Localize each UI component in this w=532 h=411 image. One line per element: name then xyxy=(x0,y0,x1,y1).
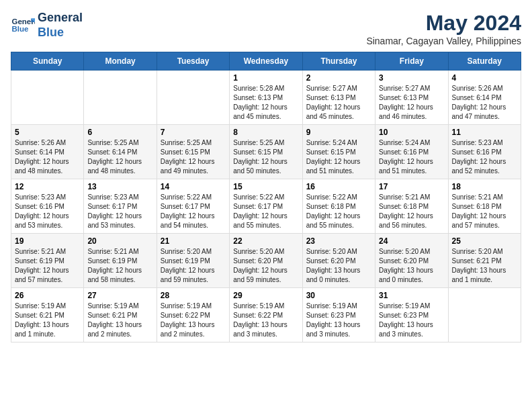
calendar-cell: 6Sunrise: 5:25 AM Sunset: 6:14 PM Daylig… xyxy=(84,125,157,179)
day-number: 31 xyxy=(379,291,444,300)
day-number: 12 xyxy=(15,182,80,191)
calendar-cell: 24Sunrise: 5:20 AM Sunset: 6:20 PM Dayli… xyxy=(375,234,448,288)
day-number: 13 xyxy=(87,182,152,191)
day-number: 19 xyxy=(15,236,80,246)
day-info: Sunrise: 5:23 AM Sunset: 6:17 PM Dayligh… xyxy=(87,193,152,230)
weekday-header-wednesday: Wednesday xyxy=(230,52,302,71)
day-number: 6 xyxy=(87,128,152,137)
calendar-week-row: 1Sunrise: 5:28 AM Sunset: 6:13 PM Daylig… xyxy=(11,71,521,125)
calendar-cell: 18Sunrise: 5:21 AM Sunset: 6:18 PM Dayli… xyxy=(448,179,521,234)
calendar-cell: 17Sunrise: 5:21 AM Sunset: 6:18 PM Dayli… xyxy=(375,179,448,234)
day-info: Sunrise: 5:28 AM Sunset: 6:13 PM Dayligh… xyxy=(233,84,298,122)
day-info: Sunrise: 5:20 AM Sunset: 6:20 PM Dayligh… xyxy=(379,247,444,285)
month-year-title: May 2024 xyxy=(366,11,521,36)
logo-text-line1: General xyxy=(38,11,83,26)
day-number: 4 xyxy=(452,73,517,83)
calendar-cell: 30Sunrise: 5:19 AM Sunset: 6:23 PM Dayli… xyxy=(302,288,375,342)
day-number: 8 xyxy=(233,128,298,137)
day-info: Sunrise: 5:20 AM Sunset: 6:21 PM Dayligh… xyxy=(452,247,517,285)
day-info: Sunrise: 5:22 AM Sunset: 6:17 PM Dayligh… xyxy=(161,193,226,230)
day-number: 17 xyxy=(379,182,444,191)
day-number: 30 xyxy=(306,291,371,300)
calendar-cell: 7Sunrise: 5:25 AM Sunset: 6:15 PM Daylig… xyxy=(157,125,229,179)
day-number: 24 xyxy=(379,236,444,246)
day-info: Sunrise: 5:25 AM Sunset: 6:15 PM Dayligh… xyxy=(233,138,298,176)
day-number: 11 xyxy=(452,128,517,137)
calendar-week-row: 5Sunrise: 5:26 AM Sunset: 6:14 PM Daylig… xyxy=(11,125,521,179)
calendar-cell xyxy=(448,288,521,342)
calendar-cell: 5Sunrise: 5:26 AM Sunset: 6:14 PM Daylig… xyxy=(11,125,84,179)
calendar-cell xyxy=(11,71,84,125)
weekday-header-saturday: Saturday xyxy=(448,52,521,71)
weekday-header-tuesday: Tuesday xyxy=(157,52,229,71)
day-number: 21 xyxy=(161,236,226,246)
day-number: 7 xyxy=(161,128,226,137)
calendar-cell: 13Sunrise: 5:23 AM Sunset: 6:17 PM Dayli… xyxy=(84,179,157,234)
day-info: Sunrise: 5:23 AM Sunset: 6:16 PM Dayligh… xyxy=(452,138,517,176)
calendar-cell: 16Sunrise: 5:22 AM Sunset: 6:18 PM Dayli… xyxy=(302,179,375,234)
location-subtitle: Sinamar, Cagayan Valley, Philippines xyxy=(366,36,521,46)
day-number: 18 xyxy=(452,182,517,191)
weekday-header-thursday: Thursday xyxy=(302,52,375,71)
calendar-cell: 27Sunrise: 5:19 AM Sunset: 6:21 PM Dayli… xyxy=(84,288,157,342)
day-number: 28 xyxy=(161,291,226,300)
calendar-cell: 10Sunrise: 5:24 AM Sunset: 6:16 PM Dayli… xyxy=(375,125,448,179)
day-number: 26 xyxy=(15,291,80,300)
weekday-header-friday: Friday xyxy=(375,52,448,71)
day-info: Sunrise: 5:22 AM Sunset: 6:17 PM Dayligh… xyxy=(233,193,298,230)
svg-text:Blue: Blue xyxy=(11,25,29,33)
day-info: Sunrise: 5:25 AM Sunset: 6:14 PM Dayligh… xyxy=(87,138,152,176)
day-info: Sunrise: 5:24 AM Sunset: 6:15 PM Dayligh… xyxy=(306,138,371,176)
logo-text-line2: Blue xyxy=(38,26,83,40)
day-number: 16 xyxy=(306,182,371,191)
calendar-cell: 26Sunrise: 5:19 AM Sunset: 6:21 PM Dayli… xyxy=(11,288,84,342)
calendar-week-row: 19Sunrise: 5:21 AM Sunset: 6:19 PM Dayli… xyxy=(11,234,521,288)
day-number: 9 xyxy=(306,128,371,137)
day-info: Sunrise: 5:20 AM Sunset: 6:19 PM Dayligh… xyxy=(161,247,226,285)
calendar-cell: 19Sunrise: 5:21 AM Sunset: 6:19 PM Dayli… xyxy=(11,234,84,288)
day-number: 29 xyxy=(233,291,298,300)
calendar-cell xyxy=(84,71,157,125)
calendar-table: SundayMondayTuesdayWednesdayThursdayFrid… xyxy=(11,52,521,342)
day-info: Sunrise: 5:21 AM Sunset: 6:18 PM Dayligh… xyxy=(452,193,517,230)
calendar-cell: 8Sunrise: 5:25 AM Sunset: 6:15 PM Daylig… xyxy=(230,125,302,179)
day-number: 22 xyxy=(233,236,298,246)
calendar-cell: 31Sunrise: 5:19 AM Sunset: 6:23 PM Dayli… xyxy=(375,288,448,342)
day-info: Sunrise: 5:21 AM Sunset: 6:18 PM Dayligh… xyxy=(379,193,444,230)
calendar-week-row: 26Sunrise: 5:19 AM Sunset: 6:21 PM Dayli… xyxy=(11,288,521,342)
logo-icon: General Blue xyxy=(11,13,35,38)
day-number: 20 xyxy=(87,236,152,246)
calendar-cell: 12Sunrise: 5:23 AM Sunset: 6:16 PM Dayli… xyxy=(11,179,84,234)
day-info: Sunrise: 5:27 AM Sunset: 6:13 PM Dayligh… xyxy=(306,84,371,122)
title-block: May 2024 Sinamar, Cagayan Valley, Philip… xyxy=(366,11,521,46)
day-info: Sunrise: 5:26 AM Sunset: 6:14 PM Dayligh… xyxy=(15,138,80,176)
calendar-cell: 28Sunrise: 5:19 AM Sunset: 6:22 PM Dayli… xyxy=(157,288,229,342)
day-info: Sunrise: 5:19 AM Sunset: 6:21 PM Dayligh… xyxy=(15,302,80,339)
calendar-cell: 22Sunrise: 5:20 AM Sunset: 6:20 PM Dayli… xyxy=(230,234,302,288)
weekday-header-row: SundayMondayTuesdayWednesdayThursdayFrid… xyxy=(11,52,521,71)
day-info: Sunrise: 5:23 AM Sunset: 6:16 PM Dayligh… xyxy=(15,193,80,230)
day-info: Sunrise: 5:20 AM Sunset: 6:20 PM Dayligh… xyxy=(233,247,298,285)
calendar-cell: 1Sunrise: 5:28 AM Sunset: 6:13 PM Daylig… xyxy=(230,71,302,125)
day-info: Sunrise: 5:24 AM Sunset: 6:16 PM Dayligh… xyxy=(379,138,444,176)
day-info: Sunrise: 5:19 AM Sunset: 6:23 PM Dayligh… xyxy=(306,302,371,339)
logo: General Blue General Blue xyxy=(11,11,83,40)
calendar-cell: 20Sunrise: 5:21 AM Sunset: 6:19 PM Dayli… xyxy=(84,234,157,288)
day-info: Sunrise: 5:21 AM Sunset: 6:19 PM Dayligh… xyxy=(87,247,152,285)
day-number: 15 xyxy=(233,182,298,191)
calendar-cell: 11Sunrise: 5:23 AM Sunset: 6:16 PM Dayli… xyxy=(448,125,521,179)
day-number: 25 xyxy=(452,236,517,246)
calendar-cell: 2Sunrise: 5:27 AM Sunset: 6:13 PM Daylig… xyxy=(302,71,375,125)
day-number: 14 xyxy=(161,182,226,191)
day-info: Sunrise: 5:20 AM Sunset: 6:20 PM Dayligh… xyxy=(306,247,371,285)
calendar-cell: 9Sunrise: 5:24 AM Sunset: 6:15 PM Daylig… xyxy=(302,125,375,179)
day-number: 5 xyxy=(15,128,80,137)
day-number: 23 xyxy=(306,236,371,246)
weekday-header-monday: Monday xyxy=(84,52,157,71)
day-info: Sunrise: 5:21 AM Sunset: 6:19 PM Dayligh… xyxy=(15,247,80,285)
day-info: Sunrise: 5:19 AM Sunset: 6:23 PM Dayligh… xyxy=(379,302,444,339)
day-number: 2 xyxy=(306,73,371,83)
day-info: Sunrise: 5:19 AM Sunset: 6:22 PM Dayligh… xyxy=(233,302,298,339)
day-info: Sunrise: 5:22 AM Sunset: 6:18 PM Dayligh… xyxy=(306,193,371,230)
day-info: Sunrise: 5:25 AM Sunset: 6:15 PM Dayligh… xyxy=(161,138,226,176)
